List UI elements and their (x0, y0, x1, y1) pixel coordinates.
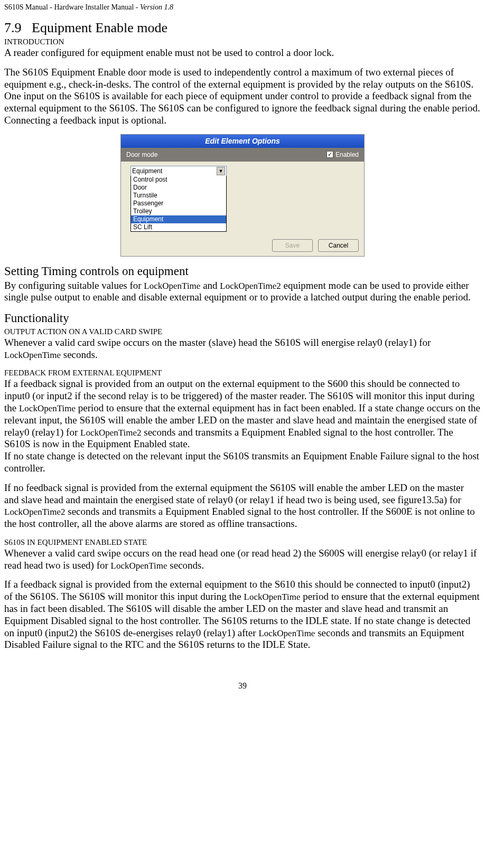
dropdown-selected: Equipment ▼ (131, 166, 226, 176)
section-title-text: Equipment Enable mode (32, 20, 167, 35)
dropdown-area: Equipment ▼ Control post Door Turnstile … (121, 162, 364, 232)
code-lockopentime2: LockOpenTime2 (220, 281, 281, 291)
dialog-titlebar: Edit Element Options (121, 135, 364, 148)
cancel-button[interactable]: Cancel (318, 239, 359, 252)
dropdown-option-selected[interactable]: Equipment (131, 215, 226, 223)
section-number: 7.9 (4, 20, 22, 35)
feedback-para-2: If no feedback signal is provided from t… (4, 482, 481, 530)
door-mode-label: Door mode (126, 151, 157, 158)
screenshot-container: Edit Element Options Door mode ✓ Enabled… (4, 134, 481, 257)
feedback-para-1: If a feedback signal is provided from an… (4, 378, 481, 474)
enabled-state-label: S610S IN EQUIPMENT ENABLED STATE (4, 537, 481, 547)
dialog-window: Edit Element Options Door mode ✓ Enabled… (120, 134, 365, 257)
code-lockopentime: LockOpenTime (19, 403, 76, 413)
save-button[interactable]: Save (272, 239, 313, 252)
code-lockopentime: LockOpenTime (258, 628, 315, 638)
dropdown-option[interactable]: Turnstile (131, 192, 226, 200)
intro-para-2: The S610S Equipment Enable door mode is … (4, 67, 481, 127)
code-lockopentime: LockOpenTime (244, 592, 301, 602)
intro-label: INTRODUCTION (4, 37, 481, 46)
code-lockopentime: LockOpenTime (111, 561, 167, 571)
intro-para-1: A reader configured for equipment enable… (4, 47, 481, 59)
chevron-down-icon[interactable]: ▼ (217, 167, 225, 175)
dropdown-option[interactable]: Door (131, 184, 226, 192)
section-heading: 7.9 Equipment Enable mode (4, 20, 481, 36)
code-lockopentime2: LockOpenTime2 (80, 428, 142, 438)
dropdown-option[interactable]: Control post (131, 176, 226, 184)
state-para-2: If a feedback signal is provided from th… (4, 579, 481, 651)
functionality-heading: Functionality (4, 311, 481, 326)
dropdown-option[interactable]: SC Lift (131, 223, 226, 231)
check-icon: ✓ (327, 151, 333, 158)
code-lockopentime: LockOpenTime (144, 281, 200, 291)
enabled-checkbox-wrap[interactable]: ✓ Enabled (327, 151, 359, 158)
code-lockopentime: LockOpenTime (4, 350, 61, 360)
dropdown-option[interactable]: Trolley (131, 207, 226, 215)
version: Version 1.8 (140, 3, 173, 11)
output-action-label: OUTPUT ACTION ON A VALID CARD SWIPE (4, 327, 481, 336)
dropdown-option[interactable]: Passenger (131, 200, 226, 207)
enabled-label: Enabled (335, 151, 359, 158)
code-lockopentime2: LockOpenTime2 (4, 507, 66, 517)
door-mode-dropdown[interactable]: Equipment ▼ (130, 166, 227, 176)
timing-paragraph: By configuring suitable values for LockO… (4, 280, 481, 304)
dropdown-list: Control post Door Turnstile Passenger Tr… (130, 176, 227, 232)
timing-heading: Setting Timing controls on equipment (4, 264, 481, 279)
feedback-label: FEEDBACK FROM EXTERNAL EQUIPMENT (4, 368, 481, 378)
dropdown-selected-text: Equipment (132, 167, 162, 175)
output-action-para: Whenever a valid card swipe occurs on th… (4, 337, 481, 361)
dialog-buttons: Save Cancel (121, 232, 364, 256)
page-header: S610S Manual - Hardware Installer Manual… (4, 3, 481, 12)
manual-name: S610S Manual - Hardware Installer Manual… (4, 3, 140, 11)
state-para-1: Whenever a valid card swipe occurs on th… (4, 548, 481, 572)
page-number: 39 (4, 681, 481, 691)
door-mode-row: Door mode ✓ Enabled (121, 148, 364, 162)
